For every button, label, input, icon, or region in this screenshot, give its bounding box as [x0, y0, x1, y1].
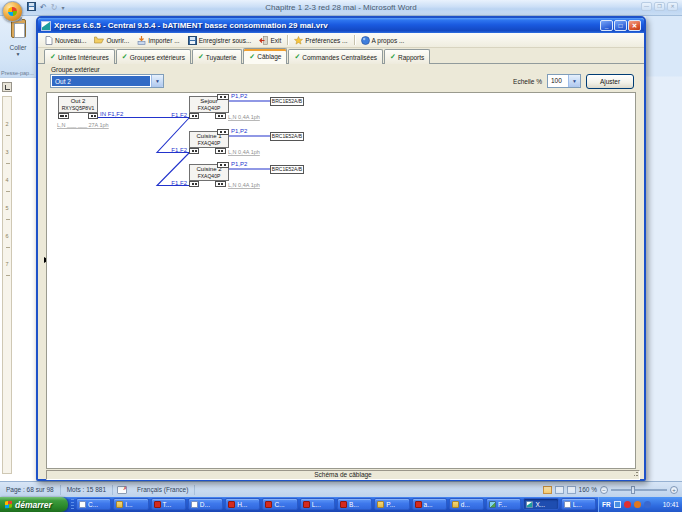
tray-icon[interactable] — [624, 501, 631, 508]
paste-button[interactable]: Coller ▼ — [4, 19, 32, 75]
outdoor-group-select[interactable]: Out 2 ▼ — [50, 74, 164, 88]
word-page-count[interactable]: Page : 68 sur 98 — [0, 485, 61, 495]
tab-commandes-centralisees[interactable]: ✓Commandes Centralisées — [288, 49, 383, 64]
task-button[interactable]: F... — [486, 498, 521, 510]
xpress-titlebar[interactable]: Xpress 6.6.5 - Central 9.5.4 - bATIMENT … — [38, 18, 644, 33]
power-terminal — [215, 181, 226, 187]
web-layout-view-button[interactable] — [555, 486, 564, 494]
tab-tuyauterie[interactable]: ✓Tuyauterie — [192, 49, 242, 64]
tray-icon[interactable] — [644, 501, 651, 508]
chevron-down-icon[interactable]: ▼ — [568, 75, 580, 87]
tab-groupes-exterieurs[interactable]: ✓Groupes extérieurs — [116, 49, 191, 64]
check-icon: ✓ — [294, 53, 300, 61]
draft-view-button[interactable] — [567, 486, 576, 494]
xpress-maximize-button[interactable]: □ — [614, 20, 627, 31]
adjust-button[interactable]: Ajuster — [586, 74, 634, 89]
xpress-app-icon — [41, 21, 51, 31]
tray-icon[interactable] — [614, 501, 621, 508]
qat-dropdown-icon[interactable]: ▾ — [61, 3, 64, 13]
tray-icon[interactable] — [634, 501, 641, 508]
word-statusbar: Page : 68 sur 98 Mots : 15 881 Français … — [0, 481, 682, 497]
exit-button[interactable]: Exit — [257, 35, 283, 46]
scale-controls: Echelle % 100 ▼ Ajuster — [513, 74, 634, 88]
wiring-canvas[interactable]: Out 2 RXYSQ5P8V1 IN F1,F2 L,N ___ ___ 27… — [46, 92, 636, 469]
print-layout-view-button[interactable] — [543, 486, 552, 494]
word-ribbon-slice: Coller ▼ Presse-pap... — [0, 16, 36, 78]
word-zoom-level[interactable]: 160 % — [579, 486, 597, 493]
word-language[interactable]: Français (France) — [131, 485, 195, 495]
task-button[interactable]: L... — [561, 498, 596, 510]
word-close-button[interactable]: ✕ — [667, 2, 678, 11]
word-maximize-button[interactable]: ❐ — [654, 2, 665, 11]
document-icon — [191, 501, 198, 508]
tab-rapports[interactable]: ✓Rapports — [384, 49, 430, 64]
undo-icon[interactable]: ↶ — [40, 3, 47, 13]
task-button[interactable]: a... — [412, 498, 447, 510]
task-button[interactable]: L... — [300, 498, 335, 510]
redo-icon[interactable]: ↻ — [51, 3, 58, 13]
xpress-status-text: Schéma de câblage — [314, 471, 371, 478]
task-button[interactable]: C... — [76, 498, 111, 510]
taskbar: démarrer C... I... T... D... H... C... L… — [0, 497, 682, 512]
office-button[interactable] — [2, 1, 23, 22]
preferences-button[interactable]: Préférences ... — [292, 35, 349, 46]
task-button[interactable]: D... — [188, 498, 223, 510]
import-button[interactable]: Importer ... — [135, 35, 181, 46]
zoom-slider[interactable] — [611, 489, 667, 491]
open-button[interactable]: Ouvrir... — [92, 35, 131, 45]
resize-grip[interactable] — [631, 471, 638, 478]
open-folder-icon — [94, 36, 104, 44]
about-button[interactable]: A propos ... — [359, 35, 407, 46]
remote-model: BRC1E52A/B — [272, 98, 302, 104]
check-icon: ✓ — [198, 53, 204, 61]
outdoor-unit-box[interactable]: Out 2 RXYSQ5P8V1 — [58, 96, 98, 113]
remote-controller-box[interactable]: BRC1E52A/B — [270, 132, 304, 141]
task-button[interactable]: T... — [151, 498, 186, 510]
tab-stop-selector[interactable] — [2, 82, 12, 92]
toolbar-separator — [354, 35, 355, 45]
remote-controller-box[interactable]: BRC1E52A/B — [270, 97, 304, 106]
xpress-minimize-button[interactable]: _ — [600, 20, 613, 31]
zoom-slider-thumb[interactable] — [631, 486, 635, 494]
start-button[interactable]: démarrer — [0, 497, 68, 512]
tab-unites-interieures[interactable]: ✓Unités Intérieures — [44, 49, 115, 64]
task-button-active-xpress[interactable]: X... — [523, 498, 558, 510]
task-label: d... — [461, 501, 470, 508]
word-word-count[interactable]: Mots : 15 881 — [61, 485, 113, 495]
new-button[interactable]: Nouveau... — [43, 35, 88, 46]
pdf-icon — [303, 501, 310, 508]
zoom-out-button[interactable]: − — [600, 486, 608, 494]
clock[interactable]: 10:41 — [663, 501, 679, 508]
outdoor-power-label: L,N ___ ___ 27A 1ph — [57, 122, 109, 128]
spellcheck-icon[interactable] — [117, 486, 127, 494]
xpress-close-button[interactable]: ✕ — [628, 20, 641, 31]
word-minimize-button[interactable]: — — [641, 2, 652, 11]
task-button[interactable]: I... — [113, 498, 148, 510]
zoom-in-button[interactable]: + — [670, 486, 678, 494]
tab-cablage[interactable]: ✓Câblage — [243, 48, 287, 64]
tab-label: Commandes Centralisées — [302, 54, 377, 61]
pdf-icon — [228, 501, 235, 508]
task-button[interactable]: B... — [337, 498, 372, 510]
save-icon[interactable] — [27, 2, 36, 14]
task-button[interactable]: P... — [374, 498, 409, 510]
scale-label: Echelle % — [513, 78, 542, 85]
pdf-icon — [265, 501, 272, 508]
remote-controller-box[interactable]: BRC1E52A/B — [270, 165, 304, 174]
p1p2-terminal — [217, 94, 229, 100]
indoor-power-label: L,N 0,4A 1ph — [228, 114, 260, 120]
scale-select[interactable]: 100 ▼ — [547, 74, 581, 88]
task-button[interactable]: d... — [449, 498, 484, 510]
task-label: I... — [125, 501, 132, 508]
task-button[interactable]: C... — [262, 498, 297, 510]
f1f2-terminal — [189, 113, 199, 119]
check-icon: ✓ — [122, 53, 128, 61]
exit-label: Exit — [270, 37, 281, 44]
task-label: B... — [349, 501, 359, 508]
chevron-down-icon[interactable]: ▼ — [151, 75, 163, 87]
ruler-number: 3 — [3, 149, 11, 155]
task-button[interactable]: H... — [225, 498, 260, 510]
pdf-icon — [154, 501, 161, 508]
language-indicator[interactable]: FR — [602, 501, 611, 508]
save-as-button[interactable]: Enregistrer sous... — [186, 35, 254, 46]
